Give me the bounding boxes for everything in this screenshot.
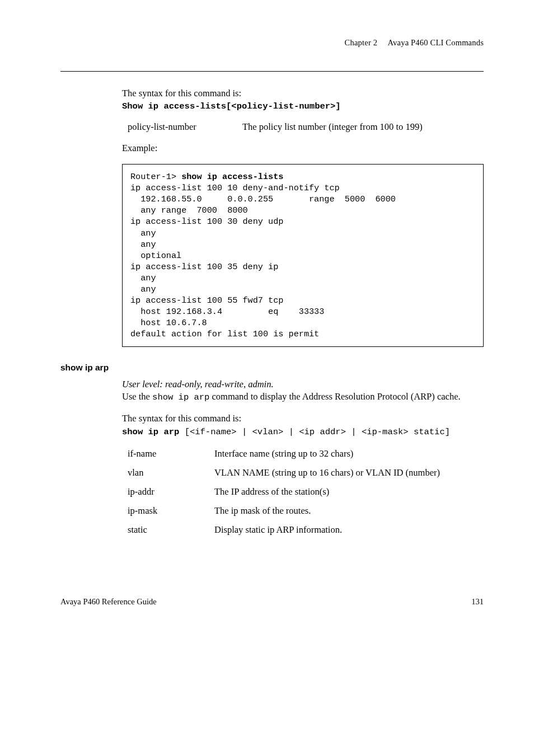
param-row-vlan: vlan VLAN NAME (string up to 16 chars) o… (122, 467, 484, 478)
param-desc: The ip mask of the routes. (214, 505, 484, 516)
command-syntax-1: Show ip access-lists[<policy-list-number… (122, 101, 341, 111)
param-row-static: static Display static ip ARP information… (122, 524, 484, 536)
code-block-access-lists: Router-1> show ip access-lists ip access… (122, 164, 484, 347)
page-footer: Avaya P460 Reference Guide 131 (60, 597, 484, 607)
params-table: if-name Interface name (string up to 32 … (122, 448, 484, 536)
param-name: static (122, 524, 214, 536)
code-command: show ip access-lists (181, 172, 283, 182)
chapter-label: Chapter 2 (345, 38, 378, 47)
header-rule (60, 71, 484, 72)
footer-left: Avaya P460 Reference Guide (60, 597, 157, 607)
example-label: Example: (122, 143, 484, 154)
code-prompt: Router-1> (130, 172, 181, 182)
syntax-intro-2: The syntax for this command is: (122, 412, 484, 425)
footer-page-number: 131 (471, 597, 484, 607)
param-desc: VLAN NAME (string up to 16 chars) or VLA… (214, 467, 484, 478)
param-row-ip-addr: ip-addr The IP address of the station(s) (122, 486, 484, 497)
param-desc: The IP address of the station(s) (214, 486, 484, 497)
param-row-if-name: if-name Interface name (string up to 32 … (122, 448, 484, 459)
param-desc: Interface name (string up to 32 chars) (214, 448, 484, 459)
param-name: ip-mask (122, 505, 214, 516)
param-name: vlan (122, 467, 214, 478)
section-heading-show-ip-arp: show ip arp (60, 363, 484, 373)
param-name: ip-addr (122, 486, 214, 497)
code-body: ip access-list 100 10 deny-and-notify tc… (130, 183, 396, 339)
user-level: User level: read-only, read-write, admin… (122, 378, 484, 391)
chapter-header: Chapter 2 Avaya P460 CLI Commands (60, 38, 484, 48)
param-row-ip-mask: ip-mask The ip mask of the routes. (122, 505, 484, 516)
syntax-intro-1: The syntax for this command is: (122, 87, 484, 100)
param-row-policy-list-number: policy-list-number The policy list numbe… (122, 121, 484, 133)
param-desc: The policy list number (integer from 100… (242, 121, 484, 133)
param-name: if-name (122, 448, 214, 459)
command-syntax-2: show ip arp [<if-name> | <vlan> | <ip ad… (122, 425, 484, 438)
param-desc: Display static ip ARP information. (214, 524, 484, 536)
param-name: policy-list-number (122, 121, 242, 133)
chapter-title: Avaya P460 CLI Commands (388, 38, 484, 47)
show-ip-arp-desc: Use the show ip arp command to display t… (122, 391, 484, 403)
